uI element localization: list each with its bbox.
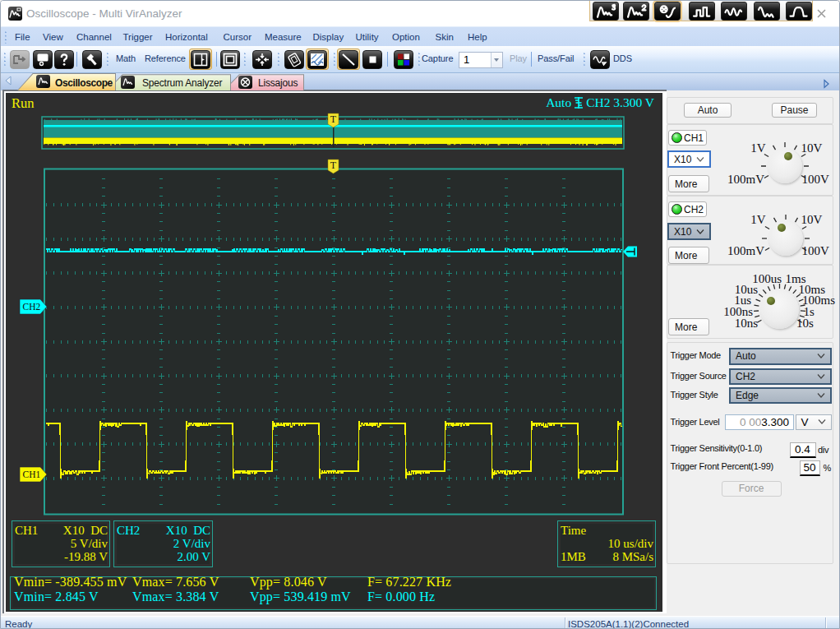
tab-oscilloscope[interactable]: Oscilloscope bbox=[17, 73, 116, 90]
timebase-more-label: More bbox=[675, 321, 697, 333]
yt-mode-button[interactable] bbox=[191, 50, 210, 69]
play-button: Play bbox=[510, 53, 527, 63]
trigger-front-input[interactable]: 50 bbox=[800, 460, 820, 476]
time-name: Time bbox=[561, 524, 586, 537]
instrument-button-oscilloscope-wave-1[interactable] bbox=[593, 2, 619, 21]
ch1-probe: X10 DC bbox=[63, 524, 108, 537]
menu-cursor[interactable]: Cursor bbox=[224, 32, 252, 42]
reference-button[interactable]: Reference bbox=[145, 53, 186, 63]
menu-display[interactable]: Display bbox=[313, 32, 344, 42]
trigger-level-unit: V bbox=[801, 416, 809, 428]
menu-horizontal[interactable]: Horizontal bbox=[165, 32, 208, 42]
menu-option[interactable]: Option bbox=[392, 32, 420, 42]
instrument-button-oscilloscope-wave-2[interactable] bbox=[623, 2, 649, 21]
close-icon[interactable] bbox=[817, 9, 826, 18]
passfail-button[interactable]: Pass/Fail bbox=[538, 53, 574, 63]
ch2-knob-label-100mv: 100mV bbox=[727, 244, 764, 258]
trigger-front-label: Trigger Front Percent(1-99) bbox=[671, 461, 773, 471]
autoset-button[interactable] bbox=[82, 50, 102, 69]
menu-measure[interactable]: Measure bbox=[265, 32, 302, 42]
ch1-probe-select[interactable]: X10 bbox=[667, 150, 711, 168]
menu-help[interactable]: Help bbox=[468, 32, 487, 42]
instrument-button-burst-wave[interactable] bbox=[721, 2, 747, 21]
damped-wave-icon bbox=[755, 2, 779, 20]
dot-draw-button[interactable] bbox=[362, 50, 382, 69]
waveform-bg-button[interactable] bbox=[307, 50, 327, 69]
trigger-level-value: 3.300 bbox=[761, 416, 789, 428]
probe-check-button[interactable] bbox=[284, 50, 304, 69]
math-button[interactable]: Math bbox=[116, 53, 136, 63]
auto-button[interactable]: Auto bbox=[684, 103, 732, 118]
autocalibrate-button[interactable] bbox=[252, 50, 272, 69]
trigger-sensitivity-label: Trigger Sensitivity(0-1.0) bbox=[671, 443, 763, 453]
help-button[interactable] bbox=[54, 50, 74, 69]
menu-view[interactable]: View bbox=[43, 32, 63, 42]
dds-button[interactable] bbox=[590, 50, 610, 69]
tab-scroll-right-icon[interactable] bbox=[821, 77, 831, 92]
instrument-button-lissajous-dice[interactable] bbox=[654, 2, 681, 21]
ch1-knob-label-1v: 1V bbox=[750, 141, 765, 155]
tb-label-10s: 10s bbox=[796, 317, 814, 331]
ch1-name: CH1 bbox=[15, 524, 38, 537]
timebase-knob-body[interactable] bbox=[760, 290, 799, 329]
instrument-button-square-wave[interactable] bbox=[689, 2, 715, 21]
status-bar: Ready ISDS205A(1.1)(2)Connected bbox=[1, 616, 840, 629]
tab-lissajous[interactable]: Lissajous bbox=[224, 74, 304, 90]
force-button[interactable]: Force bbox=[722, 481, 782, 497]
tab-scroll-left-icon[interactable] bbox=[3, 75, 13, 90]
trigger-status-mode: Auto bbox=[546, 95, 571, 110]
tab-label: Lissajous bbox=[258, 77, 298, 89]
color-scheme-button[interactable] bbox=[394, 50, 413, 69]
scope-display: TTCH2CH1 Run Auto CH2 3.300 V bbox=[6, 93, 662, 612]
menu-utility[interactable]: Utility bbox=[356, 32, 379, 42]
time-info-box: Time 10 us/div 1MB8 MSa/s bbox=[557, 520, 656, 567]
time-scale: 10 us/div bbox=[561, 537, 653, 550]
tb-label-10ns: 10ns bbox=[735, 317, 758, 331]
menu-skin[interactable]: Skin bbox=[436, 32, 454, 42]
fullscreen-button[interactable] bbox=[220, 50, 240, 69]
trigger-level-unit-select[interactable]: V bbox=[796, 414, 832, 431]
tab-spectrum-analyzer[interactable]: Spectrum Analyzer bbox=[107, 74, 231, 90]
dds-icon bbox=[591, 51, 609, 68]
ch2-more-button[interactable]: More bbox=[668, 247, 709, 264]
measure-ch1-3: F= 67.227 KHz bbox=[367, 575, 451, 590]
dds-label[interactable]: DDS bbox=[613, 53, 632, 63]
measure-ch2-1: Vmax= 3.384 V bbox=[132, 590, 219, 604]
save-button[interactable] bbox=[33, 50, 53, 69]
ch2-enable-button[interactable]: CH2 bbox=[668, 201, 707, 217]
toolbar-grip bbox=[418, 52, 421, 67]
ch2-offset: 2.00 V bbox=[117, 550, 210, 563]
trigger-source-select-value: CH2 bbox=[731, 371, 817, 382]
ch2-probe-select[interactable]: X10 bbox=[667, 223, 711, 240]
burst-wave-icon bbox=[722, 2, 746, 20]
trigger-sensitivity-unit: div bbox=[818, 445, 828, 455]
pulse-wave-icon bbox=[787, 2, 811, 20]
menu-channel[interactable]: Channel bbox=[76, 32, 112, 42]
status-separator bbox=[565, 617, 565, 629]
menu-trigger[interactable]: Trigger bbox=[123, 32, 153, 42]
menu-file[interactable]: File bbox=[15, 32, 30, 42]
trigger-source-select[interactable]: CH2 bbox=[729, 368, 832, 386]
capture-count-arrow[interactable] bbox=[491, 53, 502, 67]
control-panel: AutoPauseCH1X10MoreCH2X10MoreMore1V10V10… bbox=[667, 91, 840, 616]
ch1-enable-button[interactable]: CH1 bbox=[668, 130, 707, 146]
scope-display-frame: TTCH2CH1 Run Auto CH2 3.300 V bbox=[2, 90, 667, 613]
chevron-down-icon bbox=[818, 419, 826, 424]
ch2-volt-knob-body[interactable] bbox=[768, 221, 803, 256]
pause-button[interactable]: Pause bbox=[772, 103, 817, 118]
ch2-knob-label-100v: 100V bbox=[802, 244, 829, 258]
measure-ch1-0: Vmin= -389.455 mV bbox=[14, 575, 127, 590]
instrument-button-damped-wave[interactable] bbox=[754, 2, 780, 21]
timebase-more-button[interactable]: More bbox=[668, 318, 709, 335]
menu-bar: FileViewChannelTriggerHorizontalCursorMe… bbox=[1, 26, 840, 46]
line-draw-button[interactable] bbox=[339, 50, 358, 69]
instrument-button-pulse-wave[interactable] bbox=[786, 2, 812, 21]
open-button[interactable] bbox=[10, 50, 30, 69]
trigger-style-select[interactable]: Edge bbox=[729, 387, 832, 405]
ch1-more-button[interactable]: More bbox=[668, 175, 709, 192]
trigger-mode-select[interactable]: Auto bbox=[729, 348, 832, 365]
ch2-knob-label-1v: 1V bbox=[750, 213, 765, 227]
trigger-level-input[interactable]: 0 003.300 bbox=[725, 414, 794, 431]
trigger-sensitivity-input[interactable]: 0.4 bbox=[790, 442, 816, 458]
capture-count-select[interactable]: 1 bbox=[459, 52, 503, 68]
